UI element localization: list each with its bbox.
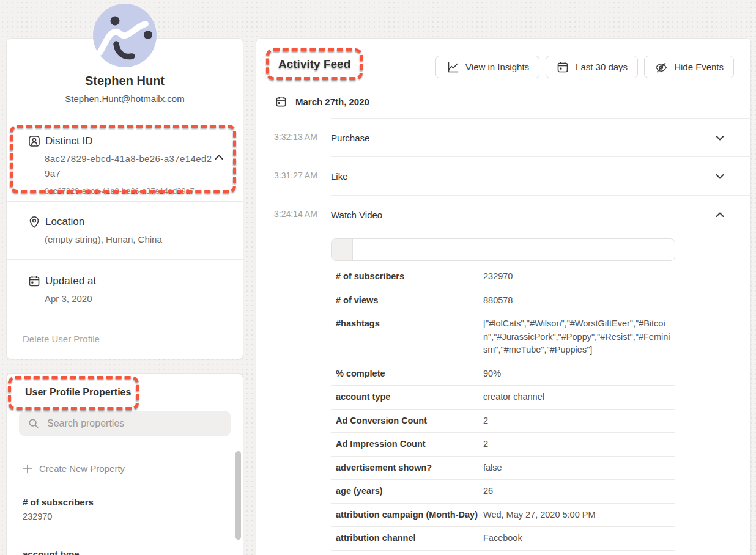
delete-user-profile-link[interactable]: Delete User Profile: [7, 320, 243, 359]
calendar-icon: [28, 274, 41, 288]
collapse-chevron-up-icon[interactable]: [215, 155, 223, 160]
distinct-id-label: Distinct ID: [45, 135, 92, 147]
event-properties-table: # of subscribers 232970 # of views 88057…: [331, 265, 675, 551]
date-header: March 27th, 2020: [275, 95, 750, 108]
avatar: [93, 4, 157, 67]
property-value: false: [483, 461, 675, 475]
event-properties-tab[interactable]: [353, 239, 374, 260]
sidebar-property-item[interactable]: account type creator channel: [23, 534, 232, 555]
location-pin-icon: [28, 215, 41, 229]
create-new-property-button[interactable]: Create New Property: [23, 446, 243, 482]
event-expand-target[interactable]: Watch Video: [331, 195, 750, 233]
property-label: account type: [331, 391, 483, 404]
location-value: (empty string), Hunan, China: [45, 232, 228, 247]
event-name: Purchase: [331, 133, 369, 143]
property-value: Facebook: [483, 532, 675, 545]
property-value: 2: [483, 438, 675, 451]
property-row: age (years) 26: [331, 480, 675, 504]
property-label: Ad Conversion Count: [331, 414, 483, 428]
date-header-label: March 27th, 2020: [295, 97, 369, 107]
property-row: account type creator channel: [331, 386, 675, 410]
last-30-days-label: Last 30 days: [576, 62, 628, 72]
hide-events-button[interactable]: Hide Events: [644, 56, 734, 78]
property-label: attribution channel: [331, 532, 483, 545]
property-row: Ad Impression Count 2: [331, 433, 675, 457]
profile-name: Stephen Hunt: [19, 74, 231, 88]
property-value: Wed, May 27, 2020 5:00 PM: [483, 509, 675, 522]
last-30-days-button[interactable]: Last 30 days: [546, 56, 638, 78]
property-label: age (years): [331, 485, 483, 498]
distinct-id-subvalue: 8ac27829-ebcd-41a8-be26-a37e14ed29a7: [45, 187, 228, 196]
updated-at-section: Updated at Apr 3, 2020: [7, 260, 243, 320]
create-new-property-label: Create New Property: [39, 463, 125, 474]
property-row: attribution channel Facebook: [331, 527, 675, 551]
events-list: 3:32:13 AM Purchase 3:31:27 AM Like 3:24…: [256, 118, 750, 233]
updated-at-label: Updated at: [45, 275, 96, 287]
property-row: attribution campaign (Month-Day) Wed, Ma…: [331, 504, 675, 527]
property-items: # of subscribers 232970 account type cre…: [23, 482, 243, 555]
chevron-down-icon[interactable]: [716, 174, 724, 179]
event-properties-tab[interactable]: [332, 239, 353, 260]
sidebar-property-name: account type: [23, 549, 220, 555]
property-value: 90%: [483, 367, 675, 381]
property-value: 880578: [483, 294, 675, 307]
property-value: creator channel: [483, 391, 675, 404]
distinct-id-value: 8ac27829-ebcd-41a8-be26-a37e14ed29a7: [45, 152, 217, 181]
property-row: #hashtags ["#lolCats","#Wilson","#WorstG…: [331, 312, 675, 362]
properties-list: Create New Property # of subscribers 232…: [7, 446, 243, 555]
event-expand-target[interactable]: Like: [331, 156, 750, 195]
feed-header: Activity Feed View in Insights: [256, 39, 750, 80]
sidebar-property-name: # of subscribers: [23, 497, 220, 507]
event-row: 3:31:27 AM Like: [256, 156, 750, 195]
search-placeholder: Search properties: [47, 418, 124, 429]
property-row: % complete 90%: [331, 362, 675, 386]
event-time: 3:24:14 AM: [274, 195, 331, 233]
sidebar-property-item[interactable]: # of subscribers 232970: [23, 482, 232, 534]
left-column: Stephen Hunt Stephen.Hunt@hotmailx.com D…: [6, 38, 243, 555]
event-row: 3:32:13 AM Purchase: [256, 118, 750, 156]
event-properties-tabs: [331, 238, 675, 261]
event-name: Watch Video: [331, 210, 382, 220]
location-label: Location: [45, 216, 84, 228]
event-time: 3:31:27 AM: [274, 156, 331, 195]
chevron-down-icon[interactable]: [716, 135, 724, 141]
property-label: #hashtags: [331, 317, 483, 331]
property-label: % complete: [331, 367, 483, 381]
event-detail: # of subscribers 232970 # of views 88057…: [331, 238, 675, 551]
calendar-icon: [275, 95, 287, 108]
property-value: ["#lolCats","#Wilson","#WorstGiftEver","…: [483, 317, 675, 357]
chevron-up-icon[interactable]: [716, 212, 724, 218]
event-name: Like: [331, 171, 348, 182]
property-label: # of views: [331, 294, 483, 307]
activity-feed-title: Activity Feed: [278, 57, 350, 70]
search-icon: [28, 417, 40, 430]
event-time: 3:32:13 AM: [274, 118, 331, 156]
user-badge-icon: [28, 134, 41, 148]
property-row: # of views 880578: [331, 289, 675, 313]
line-chart-icon: [446, 61, 459, 74]
distinct-id-section: Distinct ID 8ac27829-ebcd-41a8-be26-a37e…: [7, 119, 243, 202]
updated-at-value: Apr 3, 2020: [45, 292, 228, 306]
plus-icon: [23, 464, 32, 474]
activity-feed-annotation: Activity Feed: [266, 48, 363, 80]
property-value: 26: [483, 485, 675, 498]
scrollbar-thumb[interactable]: [235, 451, 241, 540]
property-label: attribution campaign (Month-Day): [331, 509, 483, 522]
user-profile-properties-card: User Profile Properties Search propertie…: [6, 373, 243, 555]
property-value: 2: [483, 414, 675, 428]
property-row: Ad Conversion Count 2: [331, 410, 675, 433]
feed-buttons: View in Insights Last 30 days: [435, 56, 734, 78]
user-profile-card: Stephen Hunt Stephen.Hunt@hotmailx.com D…: [6, 38, 243, 359]
delete-profile-section: Delete User Profile: [7, 320, 243, 359]
view-in-insights-button[interactable]: View in Insights: [435, 56, 539, 78]
calendar-icon: [556, 61, 569, 74]
event-expand-target[interactable]: Purchase: [331, 118, 750, 156]
event-properties-tab[interactable]: [374, 239, 395, 260]
profile-email: Stephen.Hunt@hotmailx.com: [19, 94, 231, 104]
eye-off-icon: [654, 61, 668, 74]
property-label: advertisement shown?: [331, 461, 483, 475]
sidebar-property-value: 232970: [23, 512, 220, 521]
property-label: # of subscribers: [331, 270, 483, 284]
search-properties-input[interactable]: Search properties: [19, 411, 231, 436]
user-profile-properties-title: User Profile Properties: [7, 374, 243, 398]
